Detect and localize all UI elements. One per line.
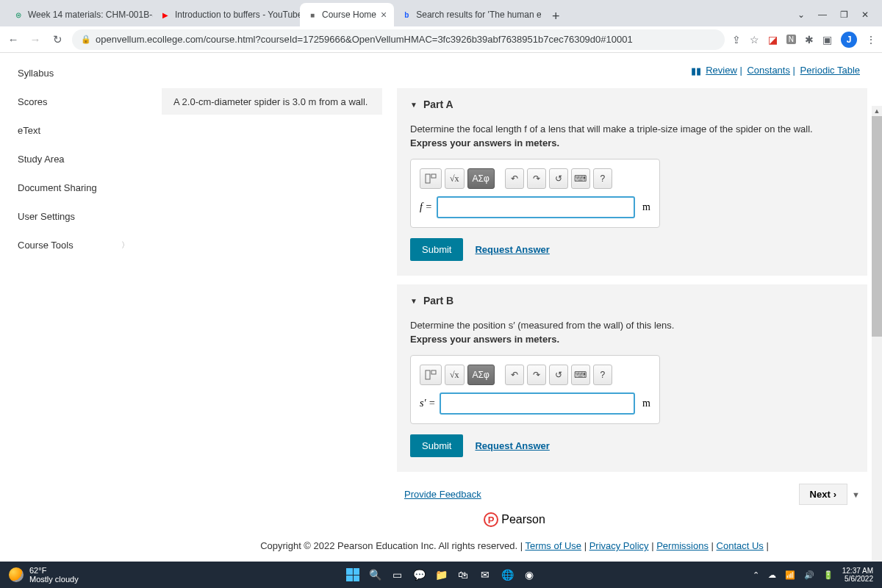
constants-link[interactable]: Constants xyxy=(747,65,790,76)
outer-scrollbar[interactable]: ▲ ▼ xyxy=(872,106,882,588)
keyboard-button[interactable]: ⌨ xyxy=(571,365,590,385)
favicon-youtube: ▶ xyxy=(160,10,171,20)
volume-icon[interactable]: 🔊 xyxy=(804,570,814,580)
start-button[interactable] xyxy=(345,567,361,583)
close-window-icon[interactable]: ✕ xyxy=(861,10,869,20)
back-button[interactable]: ← xyxy=(6,33,21,46)
reload-button[interactable]: ↻ xyxy=(50,33,65,46)
pearson-name: Pearson xyxy=(501,513,545,526)
extension-icon[interactable]: ◪ xyxy=(768,34,778,46)
redo-button[interactable]: ↷ xyxy=(527,168,546,189)
chat-icon[interactable]: 💬 xyxy=(411,567,427,583)
contact-link[interactable]: Contact Us xyxy=(717,540,764,551)
forward-button[interactable]: → xyxy=(28,33,43,46)
window-controls: ⌄ — ❐ ✕ xyxy=(790,3,876,26)
reset-button[interactable]: ↺ xyxy=(549,168,568,189)
help-button[interactable]: ? xyxy=(593,365,612,385)
help-button[interactable]: ? xyxy=(593,168,612,189)
answer-input-a[interactable] xyxy=(437,196,635,218)
sidebar-item-syllabus[interactable]: Syllabus xyxy=(0,59,147,87)
side-panel-icon[interactable]: ▣ xyxy=(822,34,832,46)
wifi-icon[interactable]: 📶 xyxy=(785,570,795,580)
answer-input-b[interactable] xyxy=(440,392,635,415)
search-icon[interactable]: 🔍 xyxy=(367,567,383,583)
chrome-icon[interactable]: ◉ xyxy=(521,567,537,583)
flag-icon: ▮▮ xyxy=(691,65,701,76)
weather-condition: Mostly cloudy xyxy=(29,575,79,584)
reset-button[interactable]: ↺ xyxy=(549,365,568,385)
template-button[interactable] xyxy=(420,365,442,385)
course-sidebar: Syllabus Scores eText Study Area Documen… xyxy=(0,53,147,562)
periodic-table-link[interactable]: Periodic Table xyxy=(800,65,860,76)
weather-widget[interactable]: 62°F Mostly cloudy xyxy=(9,566,79,584)
extension-icon-2[interactable]: N xyxy=(786,35,796,44)
profile-avatar[interactable]: J xyxy=(841,32,857,48)
request-answer-link-a[interactable]: Request Answer xyxy=(475,244,549,255)
pearson-brand: P Pearson xyxy=(162,508,867,534)
scroll-up-icon[interactable]: ▲ xyxy=(872,106,882,116)
math-format-button[interactable]: √x xyxy=(445,365,465,385)
greek-button[interactable]: ΑΣφ xyxy=(467,168,495,189)
keyboard-button[interactable]: ⌨ xyxy=(571,168,590,189)
part-b-prompt: Determine the position s′ (measured from… xyxy=(410,320,854,331)
svg-rect-3 xyxy=(431,370,436,374)
tab-youtube[interactable]: ▶ Introduction to buffers - YouTube × xyxy=(153,3,300,26)
minimize-icon[interactable]: — xyxy=(818,10,827,20)
sidebar-item-document-sharing[interactable]: Document Sharing xyxy=(0,173,147,202)
tab-label: Search results for 'The human ey xyxy=(416,10,541,20)
math-format-button[interactable]: √x xyxy=(445,168,465,189)
star-icon[interactable]: ☆ xyxy=(750,34,759,46)
part-a: ▼Part A Determine the focal length f of … xyxy=(397,88,867,276)
review-link[interactable]: Review xyxy=(706,65,737,76)
terms-link[interactable]: Terms of Use xyxy=(525,540,581,551)
explorer-icon[interactable]: 📁 xyxy=(433,567,449,583)
puzzle-icon[interactable]: ✱ xyxy=(805,34,814,46)
tray-chevron-icon[interactable]: ⌃ xyxy=(753,570,759,580)
dropdown-icon[interactable]: ▼ xyxy=(852,490,860,499)
close-icon[interactable]: × xyxy=(381,9,387,21)
battery-icon[interactable]: 🔋 xyxy=(823,570,833,580)
tab-week14[interactable]: ⊜ Week 14 materials: CHM-001B-3 × xyxy=(6,3,153,26)
clock[interactable]: 12:37 AM 5/6/2022 xyxy=(842,567,873,583)
undo-button[interactable]: ↶ xyxy=(505,168,524,189)
part-a-prompt: Determine the focal length f of a lens t… xyxy=(410,123,854,135)
provide-feedback-link[interactable]: Provide Feedback xyxy=(404,489,481,500)
chevron-down-icon[interactable]: ⌄ xyxy=(797,10,805,20)
collapse-icon[interactable]: ▼ xyxy=(410,101,417,109)
template-button[interactable] xyxy=(420,168,442,189)
task-view-icon[interactable]: ▭ xyxy=(389,567,405,583)
edge-icon[interactable]: 🌐 xyxy=(499,567,515,583)
part-a-instructions: Express your answers in meters. xyxy=(410,137,854,148)
next-button[interactable]: Next› xyxy=(799,484,848,505)
resource-links: ▮▮ Review | Constants | Periodic Table xyxy=(162,60,867,81)
url-input[interactable]: 🔒 openvellum.ecollege.com/course.html?co… xyxy=(72,29,725,50)
request-answer-link-b[interactable]: Request Answer xyxy=(475,440,549,451)
sidebar-item-course-tools[interactable]: Course Tools〉 xyxy=(0,231,147,259)
submit-button-b[interactable]: Submit xyxy=(410,434,463,457)
taskbar-center: 🔍 ▭ 💬 📁 🛍 ✉ 🌐 ◉ xyxy=(345,567,537,583)
sidebar-item-scores[interactable]: Scores xyxy=(0,87,147,116)
cloud-icon[interactable]: ☁ xyxy=(768,570,776,580)
tab-course-home[interactable]: ■ Course Home × xyxy=(300,3,394,26)
unit-label: m xyxy=(642,201,650,213)
new-tab-button[interactable]: + xyxy=(545,6,566,26)
sidebar-item-user-settings[interactable]: User Settings xyxy=(0,202,147,231)
variable-label: f = xyxy=(420,201,432,213)
permissions-link[interactable]: Permissions xyxy=(656,540,709,551)
privacy-link[interactable]: Privacy Policy xyxy=(589,540,649,551)
redo-button[interactable]: ↷ xyxy=(527,365,546,385)
kebab-menu-icon[interactable]: ⋮ xyxy=(866,34,876,46)
share-icon[interactable]: ⇪ xyxy=(732,34,741,46)
part-b: ▼Part B Determine the position s′ (measu… xyxy=(397,284,867,472)
undo-button[interactable]: ↶ xyxy=(505,365,524,385)
greek-button[interactable]: ΑΣφ xyxy=(467,365,495,385)
store-icon[interactable]: 🛍 xyxy=(455,567,471,583)
mail-icon[interactable]: ✉ xyxy=(477,567,493,583)
sidebar-item-etext[interactable]: eText xyxy=(0,116,147,145)
maximize-icon[interactable]: ❐ xyxy=(840,10,848,20)
sidebar-item-study-area[interactable]: Study Area xyxy=(0,145,147,173)
tab-search[interactable]: b Search results for 'The human ey × xyxy=(394,3,541,26)
submit-button-a[interactable]: Submit xyxy=(410,238,463,261)
collapse-icon[interactable]: ▼ xyxy=(410,297,417,305)
variable-label: s′ = xyxy=(420,398,435,409)
